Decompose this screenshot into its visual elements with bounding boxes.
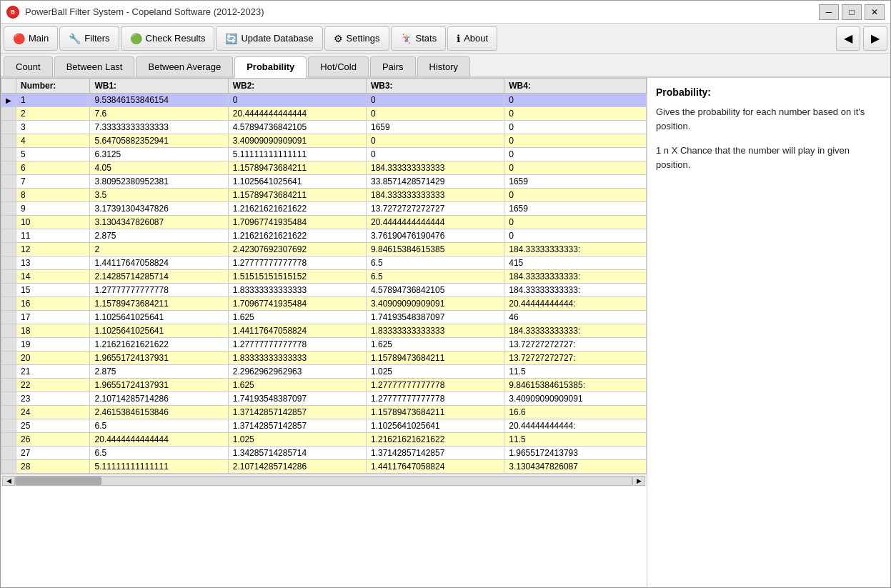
- table-row[interactable]: 142.142857142857141.515151515151526.5184…: [1, 270, 647, 284]
- table-row[interactable]: 64.051.15789473684211184.3333333333330: [1, 161, 647, 175]
- close-button[interactable]: ✕: [865, 4, 885, 20]
- cell-col-1: 9: [16, 202, 90, 216]
- col-header-wb2: WB2:: [228, 79, 366, 94]
- tab-between-average[interactable]: Between Average: [136, 56, 233, 76]
- tab-count[interactable]: Count: [4, 56, 53, 76]
- cell-col-3: 1.37142857142857: [228, 419, 366, 433]
- cell-col-1: 20: [16, 352, 90, 365]
- cell-col-1: 6: [16, 161, 90, 175]
- settings-menu-button[interactable]: ⚙ Settings: [324, 26, 389, 51]
- table-row[interactable]: 181.10256410256411.441176470588241.83333…: [1, 324, 647, 338]
- cell-col-3: 1.21621621621622: [228, 202, 366, 216]
- cell-col-4: 0: [366, 107, 504, 121]
- scroll-right-button[interactable]: ▶: [632, 476, 645, 486]
- table-row[interactable]: 37.333333333333334.5789473684210516590: [1, 121, 647, 134]
- tab-between-last[interactable]: Between Last: [54, 56, 135, 76]
- table-row[interactable]: 2620.44444444444441.0251.216216216216221…: [1, 433, 647, 447]
- table-row[interactable]: 191.216216216216221.277777777777781.6251…: [1, 338, 647, 352]
- about-label: About: [464, 33, 488, 44]
- cell-col-3: 2.2962962962963: [228, 365, 366, 379]
- table-row[interactable]: 171.10256410256411.6251.7419354838709746: [1, 311, 647, 324]
- table-row[interactable]: ▶19.53846153846154000: [1, 94, 647, 107]
- maximize-button[interactable]: □: [842, 4, 862, 20]
- cell-col-5: 1.9655172413793: [504, 447, 647, 460]
- main-label: Main: [29, 33, 49, 44]
- cell-col-5: 415: [504, 256, 647, 270]
- table-row[interactable]: 56.31255.1111111111111100: [1, 148, 647, 161]
- cell-col-1: 2: [16, 107, 90, 121]
- table-row[interactable]: 1222.423076923076929.84615384615385184.3…: [1, 243, 647, 256]
- cell-col-1: 10: [16, 216, 90, 229]
- info-panel-desc1: Gives the probability for each number ba…: [656, 105, 882, 133]
- check-results-menu-button[interactable]: 🟢 Check Results: [121, 26, 215, 51]
- table-row[interactable]: 212.8752.29629629629631.02511.5: [1, 365, 647, 379]
- tab-history[interactable]: History: [417, 56, 470, 76]
- filters-label: Filters: [84, 33, 109, 44]
- table-row[interactable]: 112.8751.216216216216223.761904761904760: [1, 229, 647, 243]
- cell-col-5: 0: [504, 189, 647, 202]
- cell-col-4: 1.27777777777778: [366, 392, 504, 406]
- cell-col-5: 46: [504, 311, 647, 324]
- forward-arrow-button[interactable]: ▶: [863, 26, 887, 51]
- cell-col-4: 9.84615384615385: [366, 243, 504, 256]
- scrollbar-thumb[interactable]: [16, 477, 101, 485]
- cell-col-1: 25: [16, 419, 90, 433]
- cell-col-1: 27: [16, 447, 90, 460]
- cell-col-3: 1.83333333333333: [228, 352, 366, 365]
- cell-col-5: 0: [504, 216, 647, 229]
- cell-col-1: 26: [16, 433, 90, 447]
- cell-col-4: 0: [366, 94, 504, 107]
- table-row[interactable]: 83.51.15789473684211184.3333333333330: [1, 189, 647, 202]
- cell-col-5: 13.72727272727:: [504, 338, 647, 352]
- table-row[interactable]: 232.107142857142861.741935483870971.2777…: [1, 392, 647, 406]
- table-row[interactable]: 285.111111111111112.107142857142861.4411…: [1, 460, 647, 474]
- cell-col-2: 2.46153846153846: [90, 406, 228, 419]
- cell-col-4: 1.15789473684211: [366, 406, 504, 419]
- table-row[interactable]: 201.965517241379311.833333333333331.1578…: [1, 352, 647, 365]
- cell-col-1: 28: [16, 460, 90, 474]
- table-row[interactable]: 45.647058823529413.4090909090909100: [1, 134, 647, 148]
- cell-col-4: 3.40909090909091: [366, 297, 504, 311]
- cell-col-2: 9.53846153846154: [90, 94, 228, 107]
- table-row[interactable]: 242.461538461538461.371428571428571.1578…: [1, 406, 647, 419]
- tab-pairs[interactable]: Pairs: [370, 56, 416, 76]
- table-row[interactable]: 151.277777777777781.833333333333334.5789…: [1, 284, 647, 297]
- minimize-button[interactable]: ─: [819, 4, 839, 20]
- about-menu-button[interactable]: ℹ About: [447, 26, 497, 51]
- filters-menu-button[interactable]: 🔧 Filters: [59, 26, 119, 51]
- table-row[interactable]: 73.809523809523811.102564102564133.85714…: [1, 175, 647, 189]
- cell-col-2: 2.10714285714286: [90, 392, 228, 406]
- table-row[interactable]: 93.173913043478261.2162162162162213.7272…: [1, 202, 647, 216]
- table-row[interactable]: 221.965517241379311.6251.277777777777789…: [1, 379, 647, 392]
- scroll-left-button[interactable]: ◀: [2, 476, 15, 486]
- cell-col-1: 24: [16, 406, 90, 419]
- cell-col-3: 1.51515151515152: [228, 270, 366, 284]
- table-row[interactable]: 161.157894736842111.709677419354843.4090…: [1, 297, 647, 311]
- row-indicator: [1, 148, 16, 161]
- cell-col-5: 1659: [504, 175, 647, 189]
- table-row[interactable]: 131.441176470588241.277777777777786.5415: [1, 256, 647, 270]
- cell-col-5: 184.33333333333:: [504, 243, 647, 256]
- update-database-menu-button[interactable]: 🔄 Update Database: [216, 26, 322, 51]
- table-row[interactable]: 103.13043478260871.7096774193548420.4444…: [1, 216, 647, 229]
- table-row[interactable]: 276.51.342857142857141.371428571428571.9…: [1, 447, 647, 460]
- filters-icon: 🔧: [69, 33, 81, 44]
- table-row[interactable]: 27.620.444444444444400: [1, 107, 647, 121]
- back-arrow-button[interactable]: ◀: [836, 26, 860, 51]
- row-indicator: ▶: [1, 94, 16, 107]
- table-row[interactable]: 256.51.371428571428571.102564102564120.4…: [1, 419, 647, 433]
- tab-probability[interactable]: Probability: [234, 56, 307, 78]
- cell-col-1: 21: [16, 365, 90, 379]
- table-container[interactable]: Number: WB1: WB2: WB3: WB4: ▶19.53846153…: [1, 78, 647, 587]
- cell-col-2: 3.80952380952381: [90, 175, 228, 189]
- cell-col-4: 1.37142857142857: [366, 447, 504, 460]
- row-indicator: [1, 202, 16, 216]
- cell-col-1: 5: [16, 148, 90, 161]
- horizontal-scrollbar-area[interactable]: ◀ ▶: [1, 474, 647, 487]
- main-menu-button[interactable]: 🔴 Main: [4, 26, 58, 51]
- cell-col-4: 3.76190476190476: [366, 229, 504, 243]
- tab-hot-cold[interactable]: Hot/Cold: [308, 56, 369, 76]
- stats-menu-button[interactable]: 🃏 Stats: [391, 26, 447, 51]
- cell-col-2: 1.96551724137931: [90, 379, 228, 392]
- horizontal-scrollbar[interactable]: [15, 476, 632, 486]
